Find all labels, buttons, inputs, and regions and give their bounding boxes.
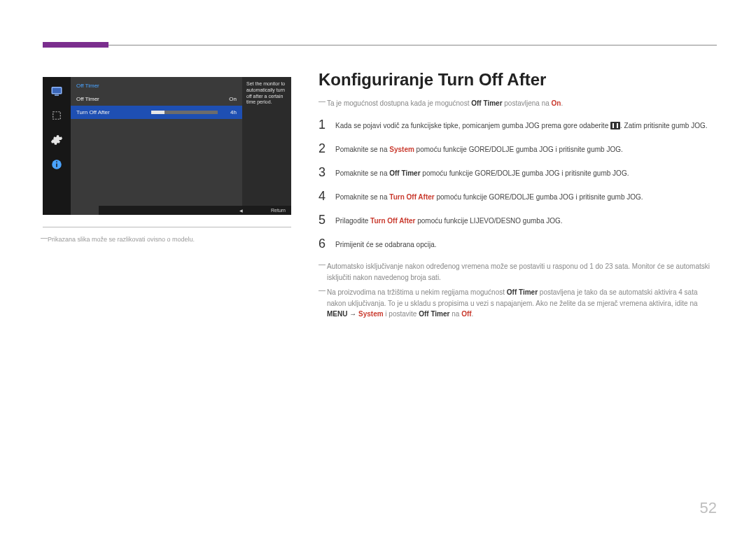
step-number: 5 bbox=[318, 213, 335, 226]
footnote-2: Na proizvodima na tržištima u nekim regi… bbox=[318, 287, 717, 320]
osd-menu-list: Off Timer Off Timer On Turn Off After 4h bbox=[71, 77, 242, 215]
svg-rect-2 bbox=[53, 112, 61, 120]
step-2: 2 Pomaknite se na System pomoću funkcije… bbox=[318, 142, 717, 155]
text-segment: pomoću funkcije GORE/DOLJE gumba JOG i p… bbox=[421, 169, 629, 177]
osd-body: Off Timer Off Timer On Turn Off After 4h… bbox=[71, 77, 291, 215]
monitor-icon bbox=[46, 80, 67, 101]
osd-return-bar: ◀ Return bbox=[99, 206, 291, 215]
footnotes: Automatsko isključivanje nakon određenog… bbox=[318, 261, 717, 320]
main-content: Konfiguriranje Turn Off After Ta je mogu… bbox=[318, 70, 717, 324]
step-number: 6 bbox=[318, 237, 335, 250]
text-bold: Off Timer bbox=[419, 310, 449, 318]
step-6: 6 Primijenit će se odabrana opcija. bbox=[318, 237, 717, 250]
text-segment: pomoću funkcije GORE/DOLJE gumba JOG i p… bbox=[435, 193, 643, 201]
text-segment: pomoću funkcije GORE/DOLJE gumba JOG i p… bbox=[414, 146, 623, 153]
back-icon: ◀ bbox=[239, 209, 243, 213]
text-segment: Pomaknite se na bbox=[335, 169, 389, 177]
step-text: Pomaknite se na Turn Off After pomoću fu… bbox=[335, 190, 643, 202]
note-text: . bbox=[561, 99, 563, 107]
text-segment: na bbox=[449, 310, 461, 318]
text-segment: Pomaknite se na bbox=[335, 193, 389, 201]
return-label: Return bbox=[271, 208, 286, 213]
header-accent bbox=[43, 42, 108, 48]
step-number: 2 bbox=[318, 142, 335, 155]
osd-description: Set the monitor to automatically turn of… bbox=[242, 77, 291, 215]
availability-note: Ta je mogućnost dostupna kada je mogućno… bbox=[318, 98, 717, 108]
osd-row-value: On bbox=[229, 96, 237, 102]
text-highlight: Off bbox=[461, 310, 471, 318]
header-rule bbox=[43, 45, 717, 45]
osd-sidebar bbox=[43, 77, 71, 215]
menu-icon bbox=[610, 122, 620, 129]
info-icon bbox=[46, 154, 67, 175]
note-highlight: On bbox=[552, 99, 561, 107]
image-disclaimer: Prikazana slika može se razlikovati ovis… bbox=[48, 236, 195, 243]
svg-rect-0 bbox=[52, 87, 62, 94]
text-segment: Na proizvodima na tržištima u nekim regi… bbox=[327, 288, 507, 296]
osd-row-value: 4h bbox=[230, 109, 237, 115]
arrow-icon: → bbox=[347, 310, 358, 318]
text-highlight: Turn Off After bbox=[389, 193, 434, 201]
step-1: 1 Kada se pojavi vodič za funkcijske tip… bbox=[318, 118, 717, 131]
osd-row-value-wrap: 4h bbox=[151, 109, 237, 115]
note-text: postavljena na bbox=[503, 99, 552, 107]
text-bold: Off Timer bbox=[507, 288, 538, 296]
gear-icon bbox=[46, 129, 67, 150]
step-number: 4 bbox=[318, 190, 335, 202]
svg-rect-5 bbox=[56, 162, 57, 163]
screenshot-divider bbox=[43, 227, 291, 227]
step-number: 3 bbox=[318, 166, 335, 178]
footnote-1: Automatsko isključivanje nakon određenog… bbox=[318, 261, 717, 283]
text-segment: . Zatim pritisnite gumb JOG. bbox=[620, 122, 707, 129]
text-segment: . bbox=[472, 310, 474, 318]
text-highlight: System bbox=[389, 146, 414, 153]
osd-row-turnoffafter: Turn Off After 4h bbox=[71, 106, 242, 119]
note-bold: Off Timer bbox=[471, 99, 502, 107]
step-text: Primijenit će se odabrana opcija. bbox=[335, 237, 437, 250]
box-icon bbox=[46, 105, 67, 126]
svg-rect-4 bbox=[56, 164, 57, 167]
slider-icon bbox=[151, 111, 218, 114]
step-text: Pomaknite se na Off Timer pomoću funkcij… bbox=[335, 166, 629, 178]
text-bold: MENU bbox=[327, 310, 347, 318]
page-number: 52 bbox=[700, 499, 717, 517]
step-number: 1 bbox=[318, 118, 335, 131]
text-segment: Pomaknite se na bbox=[335, 146, 389, 153]
step-4: 4 Pomaknite se na Turn Off After pomoću … bbox=[318, 190, 717, 202]
step-5: 5 Prilagodite Turn Off After pomoću funk… bbox=[318, 213, 717, 226]
text-segment: Kada se pojavi vodič za funkcijske tipke… bbox=[335, 122, 610, 129]
osd-row-offtimer: Off Timer On bbox=[71, 92, 242, 106]
text-segment: pomoću funkcije LIJEVO/DESNO gumba JOG. bbox=[415, 217, 562, 225]
step-list: 1 Kada se pojavi vodič za funkcijske tip… bbox=[318, 118, 717, 250]
step-text: Kada se pojavi vodič za funkcijske tipke… bbox=[335, 118, 707, 131]
step-text: Pomaknite se na System pomoću funkcije G… bbox=[335, 142, 623, 155]
step-3: 3 Pomaknite se na Off Timer pomoću funkc… bbox=[318, 166, 717, 178]
step-text: Prilagodite Turn Off After pomoću funkci… bbox=[335, 213, 563, 226]
osd-screenshot: Off Timer Off Timer On Turn Off After 4h… bbox=[43, 77, 291, 215]
note-text: Ta je mogućnost dostupna kada je mogućno… bbox=[327, 99, 471, 107]
text-highlight: System bbox=[358, 310, 384, 318]
text-segment: Prilagodite bbox=[335, 217, 370, 225]
osd-menu-header: Off Timer bbox=[71, 79, 242, 92]
text-bold: Off Timer bbox=[389, 169, 420, 177]
osd-row-label: Turn Off After bbox=[76, 109, 110, 115]
page-title: Konfiguriranje Turn Off After bbox=[318, 70, 717, 90]
text-highlight: Turn Off After bbox=[370, 217, 415, 225]
osd-row-label: Off Timer bbox=[76, 96, 99, 102]
text-segment: i postavite bbox=[384, 310, 419, 318]
